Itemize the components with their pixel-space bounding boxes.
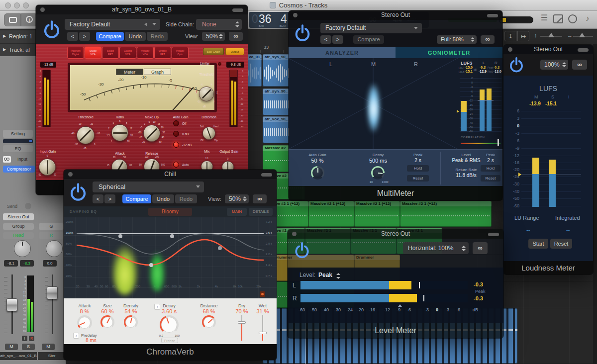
freeze-button[interactable]: Freeze	[161, 338, 178, 343]
density-knob[interactable]	[124, 315, 138, 329]
power-button[interactable]	[41, 19, 62, 41]
horizontal-zoom-slider[interactable]	[573, 36, 593, 37]
region-green dotline[interactable]: Massive #2 1 (+12)	[308, 201, 354, 227]
view-zoom-selector[interactable]: 50%	[202, 32, 225, 41]
auto-gain-off-led[interactable]	[173, 120, 179, 126]
next-preset-button[interactable]: >	[79, 32, 90, 41]
power-button[interactable]	[293, 23, 312, 44]
input-gain-knob[interactable]	[39, 159, 56, 176]
compare-button[interactable]: Compare	[96, 32, 124, 41]
strip-automation-mode[interactable]: Read	[3, 232, 34, 239]
hold2-button[interactable]: Hold	[481, 165, 500, 172]
stereo-input-icon[interactable]	[3, 156, 11, 163]
undo-button[interactable]: Undo	[125, 32, 146, 41]
dry-slider-handle[interactable]	[238, 321, 246, 324]
wet-value[interactable]: 31 %	[250, 308, 275, 314]
volume-fader[interactable]	[6, 298, 17, 311]
power-button[interactable]	[68, 182, 89, 203]
start-button[interactable]: Start	[528, 239, 548, 249]
size-knob[interactable]	[100, 315, 114, 329]
close-plugin-icon[interactable]	[40, 7, 45, 12]
region-green dotline[interactable]: Massive #2 1 (+12)	[400, 201, 492, 227]
predelay-sync-icon[interactable]: ♪	[73, 333, 79, 339]
strip-eq-thumbnail[interactable]	[3, 139, 33, 143]
attack-value[interactable]: 8 %	[72, 308, 97, 314]
vertical-auto-zoom-icon[interactable]: ↧	[504, 31, 516, 41]
limiter-threshold-knob[interactable]	[199, 87, 214, 101]
solo-button[interactable]: S	[22, 344, 35, 350]
reset-button[interactable]: Reset	[407, 175, 429, 182]
link-button[interactable]: ∞	[229, 32, 243, 41]
auto-gain-knob[interactable]	[311, 166, 324, 180]
release-auto-led[interactable]	[173, 162, 179, 168]
pan-knob[interactable]	[14, 240, 31, 257]
distortion-knob[interactable]	[202, 127, 215, 140]
tab-details[interactable]: DETAILS	[249, 208, 273, 216]
region-green dotline[interactable]: Massive #2 1 (+12)	[354, 201, 400, 227]
minimize-plugin-icon[interactable]	[232, 8, 243, 12]
multimeter-titlebar[interactable]: Stereo Out	[289, 10, 502, 20]
mute-button[interactable]: M	[5, 344, 18, 350]
strip-setting-button[interactable]: Setting	[3, 130, 33, 138]
makeup-knob[interactable]	[143, 125, 160, 142]
tab-goniometer[interactable]: GONIOMETER	[396, 47, 502, 58]
strip-track-name[interactable]: afr_syn_...ovo_01_B	[0, 352, 37, 360]
dry-slider[interactable]	[241, 315, 242, 341]
levelmeter-titlebar[interactable]: Stereo Out	[288, 229, 503, 239]
strip2-pan-knob[interactable]	[46, 240, 63, 257]
strip-group-slot[interactable]: Group	[3, 223, 34, 230]
link-button[interactable]: ∞	[253, 194, 267, 203]
eq-settings-icon[interactable]	[260, 291, 265, 297]
peak-readout[interactable]: -8,3	[20, 260, 34, 267]
output-view-button[interactable]: Output	[225, 48, 244, 55]
view-zoom-selector[interactable]: Full: 50%	[437, 35, 477, 44]
strip-compressor-slot[interactable]: Compressor	[3, 166, 35, 173]
link-button[interactable]: ∞	[481, 35, 495, 44]
media-browser-icon[interactable]: ♪	[582, 14, 593, 24]
strip2-automation-mode[interactable]: R	[39, 232, 64, 239]
circuit-type-button[interactable]: VintageFET	[154, 47, 171, 59]
decay-knob[interactable]	[160, 315, 179, 334]
circuit-type-button[interactable]: VintageOpto	[172, 47, 189, 59]
compare-button[interactable]: Compare	[353, 35, 384, 44]
density-value[interactable]: 54 %	[118, 308, 143, 314]
ratio-knob[interactable]	[111, 124, 128, 141]
prev-preset-button[interactable]: <	[67, 32, 78, 41]
reset-button[interactable]: Reset	[550, 239, 572, 249]
strip2-mute-button[interactable]: M	[42, 344, 55, 350]
preset-selector[interactable]: Factory Default	[320, 23, 422, 33]
level-mode-selector[interactable]: Peak	[318, 272, 332, 278]
hold-button[interactable]: Hold	[407, 165, 429, 172]
preset-selector[interactable]: Factory Default	[65, 19, 160, 30]
inspector-button[interactable]: i	[21, 13, 38, 26]
tab-main[interactable]: MAIN	[227, 208, 247, 216]
decay-knob[interactable]	[371, 166, 385, 180]
link-button[interactable]: ∞	[473, 242, 488, 254]
redo-button[interactable]: Redo	[175, 194, 197, 203]
input-monitor-button[interactable]: I	[22, 336, 27, 341]
strip2-volume-fader[interactable]	[47, 286, 58, 299]
strip-output-slot[interactable]: Stereo Out	[3, 213, 34, 220]
decay-value[interactable]: 3.60 s	[157, 308, 182, 314]
circuit-type-button[interactable]: PlatinumDigital	[67, 47, 84, 59]
attack-knob[interactable]	[77, 315, 92, 330]
circuit-type-button[interactable]: VintageVCA	[137, 47, 154, 59]
room-type-selector[interactable]: Bloomy	[148, 208, 192, 216]
redo-button[interactable]: Redo	[147, 32, 168, 41]
record-enable-button[interactable]: R	[29, 336, 34, 341]
limiter-led[interactable]	[218, 62, 221, 66]
strip-eq-button[interactable]: EQ	[3, 145, 33, 152]
wet-slider-handle[interactable]	[259, 332, 267, 334]
predelay-value[interactable]: 8 ms	[81, 338, 101, 343]
reset2-button[interactable]: Reset	[481, 175, 500, 182]
damping-eq-label[interactable]: DAMPING EQ	[70, 210, 97, 213]
vertical-zoom-slider[interactable]	[540, 36, 562, 37]
tab-analyzer[interactable]: ANALYZER	[289, 47, 396, 58]
volume-readout[interactable]: -8,1	[4, 260, 18, 267]
wet-slider[interactable]	[262, 315, 263, 341]
prev-preset-button[interactable]: <	[320, 35, 331, 44]
view-zoom-selector[interactable]: 50%	[225, 194, 249, 203]
side-chain-selector[interactable]: None	[196, 19, 242, 30]
vertical-scrollbar[interactable]	[593, 44, 597, 364]
distance-knob[interactable]	[202, 315, 216, 329]
